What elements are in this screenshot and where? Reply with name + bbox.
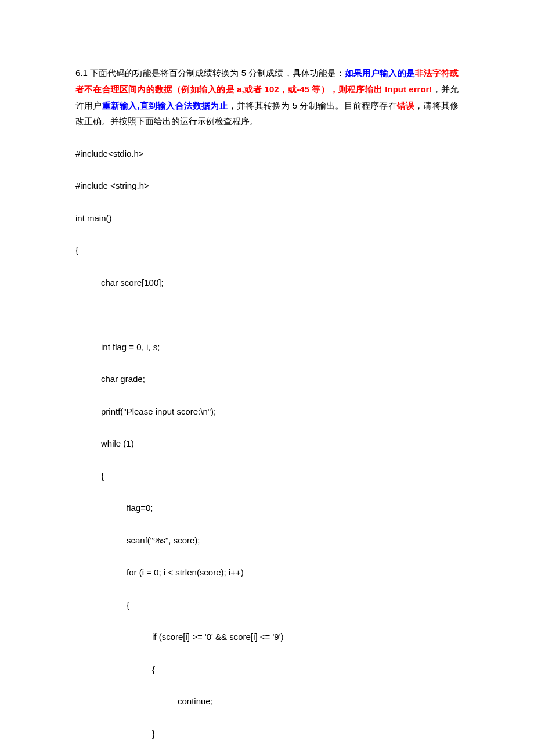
- code-line: int main(): [75, 210, 459, 226]
- code-line: }: [75, 726, 459, 742]
- code-line: #include<stdio.h>: [75, 146, 459, 162]
- code-line: continue;: [75, 693, 459, 710]
- intro-text-6: ，并将其转换为 5 分制输出。目前程序存在: [228, 100, 397, 110]
- intro-text-1: 6.1 下面代码的功能是将百分制成绩转换为 5 分制成绩，具体功能是：: [75, 68, 345, 78]
- intro-text-7: 错误: [397, 100, 414, 110]
- code-line: scanf("%s", score);: [75, 532, 459, 549]
- code-line: for (i = 0; i < strlen(score); i++): [75, 564, 459, 581]
- document-page: 6.1 下面代码的功能是将百分制成绩转换为 5 分制成绩，具体功能是：如果用户输…: [0, 0, 534, 756]
- code-line: {: [75, 597, 459, 613]
- code-line: {: [75, 661, 459, 678]
- code-line: while (1): [75, 435, 459, 452]
- code-block: #include<stdio.h> #include <string.h> in…: [75, 129, 459, 756]
- code-line: flag=0;: [75, 500, 459, 516]
- intro-text-5: 重新输入,直到输入合法数据为止: [102, 100, 228, 110]
- intro-text-2: 如果用户输入的是: [345, 68, 415, 78]
- code-line: printf("Please input score:\n");: [75, 404, 459, 420]
- blank-line: [75, 307, 459, 323]
- problem-description: 6.1 下面代码的功能是将百分制成绩转换为 5 分制成绩，具体功能是：如果用户输…: [75, 65, 459, 129]
- code-line: char score[100];: [75, 275, 459, 291]
- code-line: {: [75, 242, 459, 258]
- code-line: {: [75, 468, 459, 484]
- code-line: if (score[i] >= '0' && score[i] <= '9'): [75, 629, 459, 645]
- code-line: #include <string.h>: [75, 178, 459, 194]
- code-line: char grade;: [75, 371, 459, 387]
- code-line: int flag = 0, i, s;: [75, 339, 459, 355]
